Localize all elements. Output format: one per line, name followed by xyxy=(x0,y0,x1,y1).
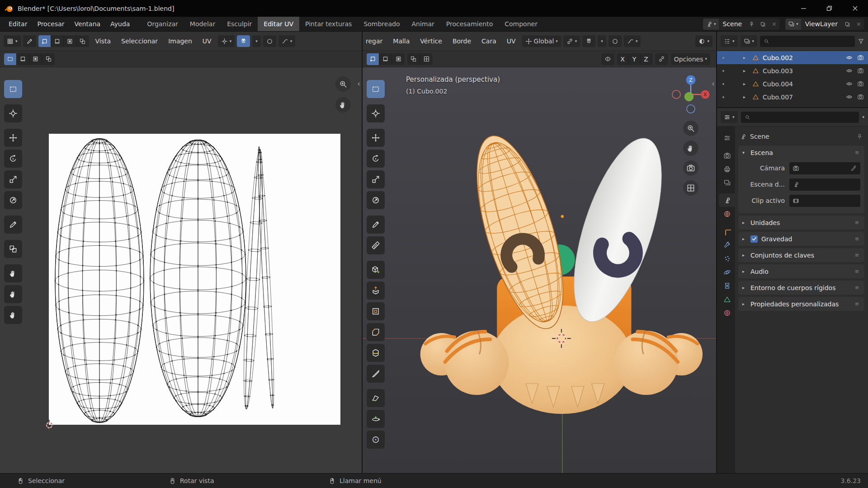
outliner-row-cubo-007[interactable]: ▸ Cubo.007 xyxy=(717,90,868,103)
mirror-button[interactable] xyxy=(601,53,614,65)
ptab-constraints[interactable] xyxy=(719,279,735,292)
transform-orientation-dropdown[interactable]: Global▾ xyxy=(522,35,561,47)
menu-cara[interactable]: Cara xyxy=(477,36,500,47)
scene-browse-button[interactable]: ▾ xyxy=(703,19,719,30)
menu-ayuda[interactable]: Ayuda xyxy=(105,18,135,30)
ptab-object[interactable] xyxy=(719,225,735,238)
outliner-row-cubo-003[interactable]: ▸ Cubo.003 xyxy=(717,64,868,77)
tool-scale[interactable] xyxy=(367,170,385,188)
workspace-tab-sombreado[interactable]: Sombreado xyxy=(358,17,406,31)
uv-select-vertex-button[interactable] xyxy=(38,35,51,47)
section-header[interactable]: ▸Conjuntos de claves xyxy=(738,248,864,262)
outliner-type-button[interactable]: ▾ xyxy=(721,35,738,47)
pan-button[interactable] xyxy=(335,97,351,113)
object-name[interactable]: Cubo.003 xyxy=(763,67,846,75)
restore-button[interactable] xyxy=(816,0,842,17)
chevron-down-icon[interactable]: ▾ xyxy=(862,115,864,119)
shading-mode-dropdown[interactable]: ▾ xyxy=(695,35,712,47)
uv-proportional-toggle[interactable] xyxy=(263,35,276,47)
tool-spin[interactable] xyxy=(367,410,385,428)
viewport-canvas[interactable]: Personalizada (perspectiva) (1) Cubo.002 xyxy=(363,67,716,473)
ptab-data[interactable] xyxy=(719,292,735,306)
tool-annotate[interactable] xyxy=(367,216,385,234)
uv-image-pin-button[interactable] xyxy=(23,35,36,47)
workspace-tab-componer[interactable]: Componer xyxy=(499,17,543,31)
tool-measure[interactable] xyxy=(367,236,385,254)
uv-overlay-button-2[interactable] xyxy=(17,53,29,65)
pin-icon[interactable] xyxy=(856,133,863,140)
grip-icon[interactable] xyxy=(854,268,860,275)
section-header[interactable]: ▸Entorno de cuerpos rígidos xyxy=(738,281,864,295)
workspace-tab-modelar[interactable]: Modelar xyxy=(184,17,221,31)
scene-name[interactable]: Scene xyxy=(719,20,746,28)
menu-borde[interactable]: Borde xyxy=(448,36,475,47)
uv-wireframe[interactable] xyxy=(49,134,340,425)
grip-icon[interactable] xyxy=(854,300,860,307)
uv-sticky-select-button[interactable]: ▾ xyxy=(218,35,235,47)
disclosure-icon[interactable]: ▸ xyxy=(743,55,751,60)
grip-icon[interactable] xyxy=(854,235,860,242)
navigation-gizmo[interactable]: Z X xyxy=(669,73,712,116)
mirror-y-button[interactable]: Y xyxy=(629,53,641,65)
tool-inset-faces[interactable] xyxy=(367,302,385,320)
menu-procesar[interactable]: Procesar xyxy=(32,18,69,30)
zoom-button[interactable] xyxy=(335,76,351,92)
ortho-toggle-button[interactable] xyxy=(683,180,698,196)
zoom-button[interactable] xyxy=(683,121,698,136)
mirror-z-button[interactable]: Z xyxy=(641,53,652,65)
eye-icon[interactable] xyxy=(846,54,853,61)
workspace-tab-organizar[interactable]: Organizar xyxy=(141,17,184,31)
viewlayer-new-button[interactable] xyxy=(842,19,853,30)
tool-select-box[interactable] xyxy=(4,80,22,98)
object-name[interactable]: Cubo.002 xyxy=(763,54,846,61)
camera-field[interactable] xyxy=(789,162,860,174)
uv-menu-imagen[interactable]: Imagen xyxy=(164,36,196,47)
menu-agregar-clipped[interactable]: regar xyxy=(363,36,387,47)
tool-rotate[interactable] xyxy=(4,150,22,168)
workspace-tab-editar-uv[interactable]: Editar UV xyxy=(258,17,299,31)
vertex-mode-button[interactable] xyxy=(367,53,379,65)
collapse-sidebar-arrow[interactable]: ‹ xyxy=(712,79,715,88)
gizmo-minus-z-axis[interactable] xyxy=(687,105,695,113)
scene-new-button[interactable] xyxy=(757,19,769,30)
menu-malla[interactable]: Malla xyxy=(389,36,414,47)
filter-icon[interactable] xyxy=(858,38,864,45)
edge-mode-button[interactable] xyxy=(379,53,392,65)
ptab-physics[interactable] xyxy=(719,265,735,279)
menu-uv[interactable]: UV xyxy=(503,36,520,47)
gravity-checkbox[interactable] xyxy=(750,235,758,243)
uv-overlay-button-4[interactable] xyxy=(42,53,55,65)
eyedropper-icon[interactable] xyxy=(850,165,857,172)
uv-falloff-button[interactable]: ▾ xyxy=(278,35,296,47)
minimize-button[interactable] xyxy=(791,0,816,17)
outliner-search-input[interactable] xyxy=(760,36,855,47)
tool-cursor[interactable] xyxy=(367,104,385,122)
ptab-modifiers[interactable] xyxy=(719,238,735,252)
falloff-dropdown[interactable]: ▾ xyxy=(624,35,641,47)
uv-menu-uv[interactable]: UV xyxy=(198,36,216,47)
outliner-row-cubo-004[interactable]: ▸ Cubo.004 xyxy=(717,77,868,90)
tool-transform[interactable] xyxy=(4,191,22,209)
outliner-row-cubo-002[interactable]: ▸ Cubo.002 xyxy=(717,51,868,64)
pivot-point-dropdown[interactable]: ▾ xyxy=(563,35,580,47)
uv-snap-target-button[interactable]: ▾ xyxy=(252,35,261,47)
scene-unlink-button[interactable] xyxy=(769,19,780,30)
snap-options-button[interactable] xyxy=(655,53,668,65)
snap-target-dropdown[interactable]: ▾ xyxy=(598,35,606,47)
camera-visibility-icon[interactable] xyxy=(857,67,864,74)
uv-menu-vista[interactable]: Vista xyxy=(91,36,115,47)
tool-pinch[interactable] xyxy=(4,306,22,324)
uv-image[interactable] xyxy=(49,134,340,425)
tool-bevel[interactable] xyxy=(367,323,385,341)
uv-editor-type-button[interactable]: ▾ xyxy=(4,35,21,47)
object-name[interactable]: Cubo.004 xyxy=(763,80,846,88)
tool-poly-build[interactable] xyxy=(367,389,385,407)
tool-smooth[interactable] xyxy=(367,431,385,449)
grip-icon[interactable] xyxy=(854,284,860,291)
camera-visibility-icon[interactable] xyxy=(857,80,864,87)
pan-button[interactable] xyxy=(683,141,698,156)
uv-select-island-button[interactable] xyxy=(76,35,89,47)
tool-add-cube[interactable] xyxy=(367,261,385,279)
camera-view-button[interactable] xyxy=(683,160,698,176)
background-scene-field[interactable] xyxy=(789,178,860,191)
